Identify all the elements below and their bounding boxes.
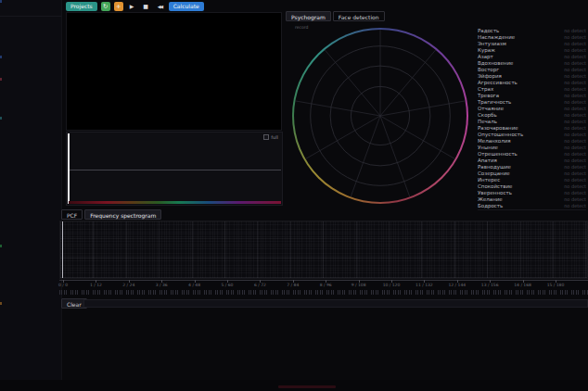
emotion-row: Куражno detect [478,46,586,53]
emotion-row: Восторгno detect [478,66,586,72]
emotion-value: no detect [564,106,586,111]
emotion-value: no detect [564,112,586,118]
emotion-name: Печаль [478,119,497,124]
emotion-value: no detect [564,73,586,79]
tab-face-detection[interactable]: Face detection [333,11,385,21]
axis-tick-label: 12 / 144 [445,283,469,287]
emotion-value: no detect [564,54,586,59]
analysis-panel: Psychogram Face detection record Радость… [284,11,588,208]
emotion-value: no detect [564,28,586,33]
spectrogram-tabs: PCF Frequency spectrogram [61,209,161,220]
spectrogram-playhead[interactable] [62,221,63,278]
tab-psychogram[interactable]: Psychogram [286,11,331,21]
emotion-row: Тревогаno detect [478,92,586,98]
emotion-row: Уныниеno detect [478,144,586,150]
add-icon-button[interactable]: + [114,2,123,11]
play-button[interactable]: ▶ [127,2,137,11]
stop-button[interactable]: ■ [141,2,151,11]
app-window: Projects ↻ + ▶ ■ ◀◀ Calculate full Psych… [0,0,588,391]
left-sidebar [0,0,62,380]
video-preview-panel [66,12,282,131]
emotion-name: Скорбь [478,112,497,118]
rewind-icon: ◀◀ [158,4,162,9]
emotion-row: Вдохновениеno detect [478,59,586,66]
emotion-value: no detect [564,158,586,163]
axis-tick-label: 9 / 108 [347,283,371,287]
tab-frequency-spectrogram[interactable]: Frequency spectrogram [84,209,161,220]
tab-pcf[interactable]: PCF [61,209,83,220]
emotion-name: Энтузиазм [478,41,506,46]
emotion-value: no detect [564,99,586,105]
clear-bar: Clear [59,298,588,309]
axis-tick-label: 4 / 48 [183,283,207,287]
emotion-name: Отрешенность [478,151,518,157]
emotion-value: no detect [564,170,586,176]
taskbar-artifact [278,385,336,388]
emotion-name: Спокойствие [478,183,513,189]
axis-tick-label: 3 / 36 [149,283,173,287]
emotion-name: Интерес [478,177,500,183]
emotion-row: Страхno detect [478,85,586,92]
emotion-value: no detect [564,119,586,124]
rewind-button[interactable]: ◀◀ [155,2,165,11]
emotion-name: Наслаждение [478,34,515,40]
emotion-value: no detect [564,34,586,40]
emotion-value: no detect [564,138,586,144]
emotion-name: Эйфория [478,73,502,79]
emotion-value: no detect [564,177,586,183]
psychogram-chart [292,28,468,204]
emotion-name: Вдохновение [478,60,513,66]
screen-bottom-strip [0,380,588,391]
axis-tick-label: 1 / 12 [83,283,108,287]
import-icon-button[interactable]: ↻ [101,2,110,11]
emotion-name: Уверенность [478,190,512,196]
emotion-value: no detect [564,164,586,170]
axis-tick-label: 14 / 168 [511,283,535,287]
calculate-button[interactable]: Calculate [169,2,204,11]
full-checkbox-group[interactable]: full [263,134,278,140]
emotion-name: Меланхолия [478,138,511,144]
emotion-row: Печальno detect [478,118,586,124]
emotion-value: no detect [564,145,586,150]
emotion-value: no detect [564,47,586,53]
psychogram-grid [292,28,468,204]
emotion-value: no detect [564,151,586,157]
emotion-name: Разочарование [478,125,518,131]
emotion-list: Радостьno detectНаслаждениеno detectЭнту… [478,27,586,210]
emotion-row: Агрессивностьno detect [478,79,586,85]
emotion-row: Азартno detect [478,53,586,59]
spectrogram-plot[interactable] [59,221,588,279]
full-checkbox-label: full [271,134,278,140]
axis-tick-label: 15 / 180 [543,283,568,287]
sidebar-divider [0,16,61,17]
spectrogram-ruler [59,290,588,295]
emotion-row: Энтузиазмno detect [478,40,586,46]
emotion-row: Интересno detect [478,176,586,183]
axis-line [59,280,588,281]
emotion-value: no detect [564,60,586,66]
main-toolbar: Projects ↻ + ▶ ■ ◀◀ Calculate [66,1,204,11]
full-checkbox[interactable] [263,134,269,140]
emotion-value: no detect [564,41,586,46]
waveform-panel[interactable]: full [66,132,283,206]
emotion-name: Агрессивность [478,80,518,85]
emotion-row: Отчаяниеno detect [478,105,586,111]
emotion-row: Отрешенностьno detect [478,150,586,157]
projects-button[interactable]: Projects [66,2,97,11]
emotion-name: Кураж [478,47,495,53]
emotion-row: Апатияno detect [478,157,586,163]
emotion-value: no detect [564,67,586,72]
emotion-name: Тревога [478,93,499,98]
stop-icon: ■ [143,3,148,9]
waveform-playhead[interactable] [68,133,70,204]
emotion-row: Скорбьno detect [478,111,586,118]
screen-edge-artifacts [0,0,2,3]
waveform-color-strip [69,201,281,204]
emotion-value: no detect [564,80,586,85]
spectrogram-section: PCF Frequency spectrogram 0 / 01 / 122 /… [59,209,588,295]
emotion-value: no detect [564,132,586,137]
emotion-row: Равнодушиеno detect [478,163,586,170]
emotion-name: Страх [478,86,493,92]
emotion-row: Разочарованиеno detect [478,124,586,131]
emotion-row: Радостьno detect [478,27,586,33]
